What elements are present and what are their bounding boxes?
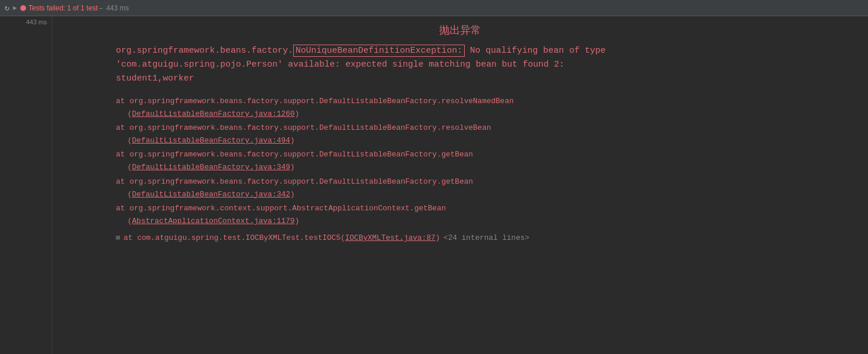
stack-file-link[interactable]: DefaultListableBeanFactory.java:342: [132, 190, 290, 199]
stack-at-line: at org.springframework.beans.factory.sup…: [116, 122, 856, 134]
stack-file-link[interactable]: DefaultListableBeanFactory.java:349: [132, 163, 290, 171]
bottom-file-link[interactable]: IOCByXMLTest.java:87: [345, 233, 436, 242]
stack-entry: at org.springframework.context.support.A…: [116, 202, 856, 228]
sidebar: 443 ms: [0, 16, 52, 354]
stack-file-line: (DefaultListableBeanFactory.java:1260): [116, 108, 856, 121]
stack-file-line: (AbstractApplicationContext.java:1179): [116, 215, 856, 228]
refresh-icon: ↻: [5, 3, 9, 13]
stack-at-line: at org.springframework.context.support.A…: [116, 202, 856, 215]
expand-icon[interactable]: ⊞: [116, 233, 120, 242]
bottom-line: ⊞ at com.atguigu.spring.test.IOCByXMLTes…: [52, 230, 868, 246]
exception-message: org.springframework.beans.factory.NoUniq…: [52, 44, 868, 86]
stack-entry: at org.springframework.beans.factory.sup…: [116, 95, 856, 121]
bottom-at-text: at com.atguigu.spring.test.IOCByXMLTest.…: [123, 233, 345, 242]
topbar-timing: 443 ms: [106, 4, 129, 12]
stack-entry: at org.springframework.beans.factory.sup…: [116, 122, 856, 147]
test-status-label: Tests failed: 1 of 1 test: [28, 4, 97, 12]
stack-file-link[interactable]: AbstractApplicationContext.java:1179: [132, 217, 295, 225]
failed-status-dot: [20, 5, 26, 11]
internal-lines-label: <24 internal lines>: [443, 233, 529, 242]
exception-msg1: No qualifying bean of type: [465, 46, 606, 56]
stack-entry: at org.springframework.beans.factory.sup…: [116, 148, 856, 174]
sidebar-timing: 443 ms: [0, 16, 52, 28]
stack-at-line: at org.springframework.beans.factory.sup…: [116, 176, 856, 188]
stack-at-line: at org.springframework.beans.factory.sup…: [116, 95, 856, 108]
stack-file-link[interactable]: DefaultListableBeanFactory.java:1260: [132, 110, 295, 118]
stack-file-line: (DefaultListableBeanFactory.java:494): [116, 134, 856, 147]
stack-trace: at org.springframework.beans.factory.sup…: [52, 95, 868, 228]
exception-class-boxed: NoUniqueBeanDefinitionException:: [293, 45, 465, 57]
stack-entry: at org.springframework.beans.factory.sup…: [116, 176, 856, 201]
content-panel: 抛出异常 org.springframework.beans.factory.N…: [52, 16, 868, 354]
exception-msg3: student1,worker: [116, 74, 194, 83]
top-bar: ↻ ▶ Tests failed: 1 of 1 test – 443 ms: [0, 0, 868, 16]
exception-msg2: 'com.atguigu.spring.pojo.Person' availab…: [116, 60, 564, 70]
main-content: 443 ms 抛出异常 org.springframework.beans.fa…: [0, 16, 868, 354]
exception-header: 抛出异常: [52, 21, 868, 39]
stack-file-link[interactable]: DefaultListableBeanFactory.java:494: [132, 136, 290, 145]
expand-arrow: ▶: [13, 4, 17, 12]
exception-prefix: org.springframework.beans.factory.: [116, 46, 293, 56]
stack-file-line: (DefaultListableBeanFactory.java:349): [116, 161, 856, 174]
stack-at-line: at org.springframework.beans.factory.sup…: [116, 148, 856, 161]
topbar-separator: –: [99, 4, 103, 12]
bottom-close-paren: ): [436, 233, 440, 242]
stack-file-line: (DefaultListableBeanFactory.java:342): [116, 188, 856, 201]
